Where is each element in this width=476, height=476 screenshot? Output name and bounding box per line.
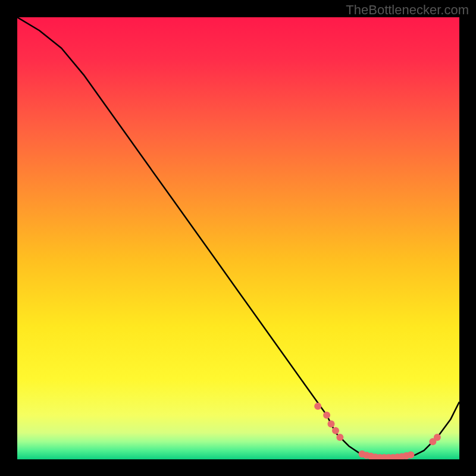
data-marker	[336, 434, 343, 441]
data-marker	[434, 434, 441, 441]
data-marker	[332, 427, 339, 434]
watermark-text: TheBottlenecker.com	[346, 2, 469, 18]
plot-area	[17, 17, 459, 459]
data-marker	[323, 412, 330, 419]
chart-svg	[17, 17, 459, 459]
data-marker	[314, 403, 321, 410]
chart-container: TheBottlenecker.com	[0, 0, 476, 476]
data-marker	[328, 421, 335, 428]
chart-background	[17, 17, 459, 459]
data-marker	[407, 452, 414, 459]
